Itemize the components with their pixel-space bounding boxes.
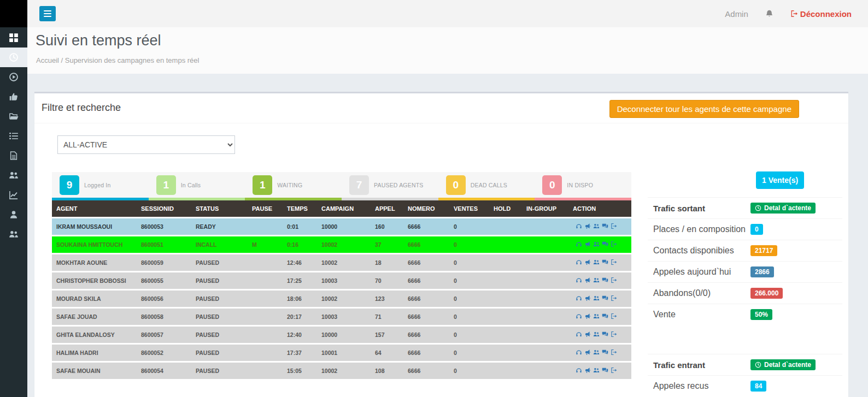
comments-icon[interactable]: [602, 241, 608, 247]
cell-sessionid: 8600052: [137, 345, 191, 361]
comments-icon[interactable]: [602, 295, 608, 301]
comments-icon[interactable]: [602, 367, 608, 374]
cell-agent: SOUKAINA HMITTOUCH: [52, 236, 137, 253]
users-icon[interactable]: [593, 295, 600, 301]
sidebar-toggle-button[interactable]: [39, 6, 56, 21]
users-icon[interactable]: [593, 277, 600, 283]
bell-icon[interactable]: [765, 9, 774, 19]
detail-attente-badge[interactable]: Detal d`actente: [750, 203, 816, 214]
cell-in_group: [522, 291, 568, 307]
cell-ventes: 0: [449, 327, 489, 343]
panel-label: Vente: [648, 310, 750, 319]
headphones-icon[interactable]: [576, 331, 582, 337]
table-row: GHITA ELANDALOSY8600057PAUSED12:40100001…: [52, 327, 631, 343]
users-icon[interactable]: [593, 223, 600, 229]
user-icon: [9, 210, 19, 220]
disconnect-all-agents-button[interactable]: Deconnecter tour les agents de cette cam…: [609, 100, 799, 118]
cell-status: PAUSED: [191, 254, 248, 271]
bullhorn-icon[interactable]: [584, 259, 591, 265]
cell-action: [568, 218, 631, 235]
sidebar-item-dashboard[interactable]: [0, 27, 27, 48]
users-icon[interactable]: [593, 241, 600, 247]
cell-in_group: [522, 272, 568, 289]
bullhorn-icon[interactable]: [584, 349, 591, 355]
headphones-icon[interactable]: [576, 259, 582, 265]
col-status: STATUS: [191, 200, 248, 217]
users-icon[interactable]: [593, 331, 600, 337]
headphones-icon[interactable]: [576, 367, 582, 374]
value-badge: 84: [750, 381, 766, 392]
bullhorn-icon[interactable]: [584, 331, 591, 337]
app-root: { "topbar": { "user": "Admin", "logout_l…: [0, 0, 868, 397]
headphones-icon[interactable]: [576, 241, 582, 247]
signout-icon[interactable]: [611, 349, 617, 355]
sidebar-item-campaigns[interactable]: [0, 106, 27, 126]
users-icon[interactable]: [593, 259, 600, 265]
sidebar-item-quality[interactable]: [0, 87, 27, 106]
headphones-icon[interactable]: [576, 295, 582, 301]
table-row: SAFAE JOUAD8600058PAUSED20:1710003716666…: [52, 309, 631, 325]
signout-icon[interactable]: [611, 313, 617, 319]
cell-ventes: 0: [449, 218, 489, 235]
campaign-select[interactable]: ALL-ACTIVE: [57, 135, 235, 154]
comments-icon[interactable]: [602, 259, 608, 265]
bullhorn-icon[interactable]: [584, 313, 591, 319]
sidebar-item-lists[interactable]: [0, 126, 27, 146]
logout-button[interactable]: Déconnexion: [790, 9, 852, 19]
signout-icon[interactable]: [611, 277, 617, 283]
sidebar-item-documents[interactable]: [0, 146, 27, 165]
signout-icon[interactable]: [611, 241, 617, 247]
signout-icon[interactable]: [611, 259, 617, 265]
bullhorn-icon[interactable]: [584, 223, 591, 229]
bullhorn-icon[interactable]: [584, 277, 591, 283]
signout-icon[interactable]: [611, 331, 617, 337]
sidebar-item-profile[interactable]: [0, 205, 27, 224]
cell-hold: [489, 272, 522, 289]
panel-row-appeles-recus: Appeles recus84: [648, 375, 842, 396]
sidebar-item-monitoring[interactable]: [0, 67, 27, 87]
breadcrumb[interactable]: Accueil / Supervision des campagnes en t…: [27, 49, 868, 64]
table-row: HALIMA HADRI8600052PAUSED17:371000164666…: [52, 345, 631, 361]
users-icon[interactable]: [593, 349, 600, 355]
stat-label: IN DISPO: [567, 182, 593, 188]
cell-temps: 12:40: [283, 327, 317, 343]
ventes-button[interactable]: 1 Vente(s): [756, 171, 804, 189]
bullhorn-icon[interactable]: [584, 367, 591, 374]
title-block: Suivi en temps réel Accueil / Supervisio…: [27, 27, 868, 74]
headphones-icon[interactable]: [576, 313, 582, 319]
headphones-icon[interactable]: [576, 277, 582, 283]
panel-label: Abandons(0/0): [648, 288, 750, 298]
comments-icon[interactable]: [602, 313, 608, 319]
user-menu[interactable]: Admin: [725, 9, 748, 19]
comments-icon[interactable]: [602, 223, 608, 229]
badge-text: 0: [755, 226, 759, 233]
signout-icon[interactable]: [611, 295, 617, 301]
cell-appel: 37: [371, 236, 403, 253]
col-pause: PAUSE: [248, 200, 283, 217]
headphones-icon[interactable]: [576, 223, 582, 229]
cell-ventes: 0: [449, 309, 489, 325]
users-icon[interactable]: [593, 313, 600, 319]
stat-label: PAUSED AGENTS: [374, 182, 424, 188]
detail-attente-badge[interactable]: Detal d`actente: [750, 359, 816, 370]
cell-sessionid: 8600059: [137, 254, 191, 271]
sidebar-item-agents[interactable]: [0, 165, 27, 185]
topbar: Admin Déconnexion: [27, 0, 868, 27]
badge-text: Detal d`actente: [764, 361, 811, 369]
cell-status: PAUSED: [191, 327, 248, 343]
cell-status: PAUSED: [191, 291, 248, 307]
cell-appel: 160: [371, 218, 403, 235]
signout-icon[interactable]: [611, 367, 617, 374]
sidebar-item-realtime-supervision[interactable]: [0, 48, 27, 67]
headphones-icon[interactable]: [576, 349, 582, 355]
bullhorn-icon[interactable]: [584, 295, 591, 301]
sidebar-item-statistics[interactable]: [0, 185, 27, 205]
comments-icon[interactable]: [602, 277, 608, 283]
bullhorn-icon[interactable]: [584, 241, 591, 247]
cell-ventes: 0: [449, 345, 489, 361]
sidebar-item-groups[interactable]: [0, 224, 27, 244]
comments-icon[interactable]: [602, 349, 608, 355]
users-icon[interactable]: [593, 367, 600, 374]
signout-icon[interactable]: [611, 223, 617, 229]
comments-icon[interactable]: [602, 331, 608, 337]
